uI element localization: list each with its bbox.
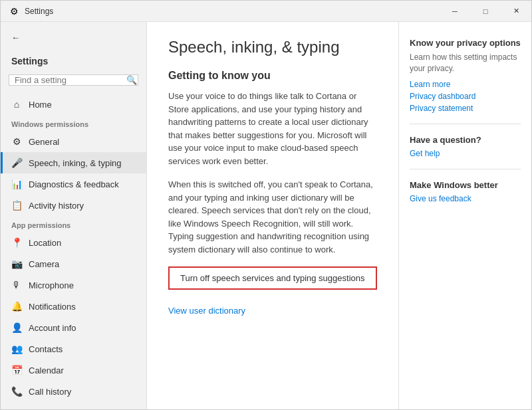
location-icon: 📍 bbox=[11, 237, 22, 248]
learn-more-link[interactable]: Learn more bbox=[410, 80, 521, 89]
privacy-dashboard-link[interactable]: Privacy dashboard bbox=[410, 92, 521, 101]
calendar-icon: 📅 bbox=[11, 365, 22, 375]
titlebar-title: Settings bbox=[25, 7, 53, 16]
search-input[interactable] bbox=[15, 75, 126, 85]
activity-icon: 📋 bbox=[11, 200, 22, 211]
sidebar-item-speech[interactable]: 🎤 Speech, inking, & typing bbox=[1, 152, 146, 173]
notifications-icon: 🔔 bbox=[11, 301, 22, 312]
sidebar-item-notifications[interactable]: 🔔 Notifications bbox=[1, 296, 146, 317]
general-icon: ⚙ bbox=[11, 136, 22, 147]
titlebar-controls: ─ □ ✕ bbox=[440, 1, 531, 22]
settings-window: ⚙ Settings ─ □ ✕ ← Settings 🔍 ⌂ bbox=[0, 0, 532, 410]
privacy-options-desc: Learn how this setting impacts your priv… bbox=[410, 52, 521, 74]
sidebar-item-diagnostics[interactable]: 📊 Diagnostics & feedback bbox=[1, 173, 146, 195]
sidebar-item-home[interactable]: ⌂ Home bbox=[1, 94, 146, 115]
sidebar-app-title: Settings bbox=[1, 53, 146, 72]
minimize-button[interactable]: ─ bbox=[440, 1, 470, 22]
sidebar-item-label: Activity history bbox=[29, 201, 84, 211]
page-title: Speech, inking, & typing bbox=[168, 38, 377, 56]
section-title: Getting to know you bbox=[168, 70, 377, 82]
titlebar: ⚙ Settings ─ □ ✕ bbox=[1, 1, 531, 22]
account-icon: 👤 bbox=[11, 322, 22, 333]
sidebar-item-label: Home bbox=[29, 100, 52, 110]
sidebar-item-label: Contacts bbox=[29, 344, 63, 354]
sidebar-item-label: Diagnostics & feedback bbox=[29, 179, 119, 189]
turn-off-button[interactable]: Turn off speech services and typing sugg… bbox=[168, 266, 377, 290]
diagnostics-icon: 📊 bbox=[11, 179, 22, 189]
sidebar-item-camera[interactable]: 📷 Camera bbox=[1, 253, 146, 274]
sidebar-item-label: Calendar bbox=[29, 365, 64, 375]
sidebar-item-location[interactable]: 📍 Location bbox=[1, 232, 146, 253]
sidebar-item-callhistory[interactable]: 📞 Call history bbox=[1, 381, 146, 402]
app-permissions-label: App permissions bbox=[1, 216, 146, 232]
sidebar-item-label: Location bbox=[29, 238, 61, 248]
right-panel: Know your privacy options Learn how this… bbox=[398, 22, 531, 409]
contacts-icon: 👥 bbox=[11, 344, 22, 354]
description-para1: Use your voice to do things like talk to… bbox=[168, 90, 377, 167]
sidebar-item-general[interactable]: ⚙ General bbox=[1, 131, 146, 152]
main-content: Speech, inking, & typing Getting to know… bbox=[147, 22, 398, 409]
sidebar-item-contacts[interactable]: 👥 Contacts bbox=[1, 338, 146, 359]
content-area: ← Settings 🔍 ⌂ Home Windows permissions … bbox=[1, 22, 531, 409]
privacy-options-title: Know your privacy options bbox=[410, 38, 521, 48]
right-divider-2 bbox=[410, 169, 521, 169]
sidebar-item-activity[interactable]: 📋 Activity history bbox=[1, 195, 146, 216]
sidebar-item-account[interactable]: 👤 Account info bbox=[1, 317, 146, 338]
speech-icon: 🎤 bbox=[11, 157, 22, 168]
titlebar-left: ⚙ Settings bbox=[9, 6, 53, 17]
close-button[interactable]: ✕ bbox=[501, 1, 531, 22]
privacy-statement-link[interactable]: Privacy statement bbox=[410, 104, 521, 113]
sidebar-item-label: Email bbox=[29, 408, 51, 410]
sidebar-item-label: General bbox=[29, 137, 59, 147]
sidebar-item-label: Account info bbox=[29, 323, 76, 333]
sidebar-item-label: Microphone bbox=[29, 280, 74, 290]
search-icon: 🔍 bbox=[126, 75, 137, 85]
sidebar: ← Settings 🔍 ⌂ Home Windows permissions … bbox=[1, 22, 147, 409]
sidebar-item-label: Camera bbox=[29, 259, 59, 269]
windows-permissions-label: Windows permissions bbox=[1, 115, 146, 131]
right-divider-1 bbox=[410, 124, 521, 124]
sidebar-back-button[interactable]: ← bbox=[11, 33, 136, 43]
description-para2: When this is switched off, you can't spe… bbox=[168, 178, 377, 256]
sidebar-item-label: Call history bbox=[29, 387, 71, 397]
sidebar-header: ← bbox=[1, 22, 146, 53]
callhistory-icon: 📞 bbox=[11, 386, 22, 397]
maximize-button[interactable]: □ bbox=[470, 1, 501, 22]
sidebar-item-label: Speech, inking, & typing bbox=[29, 158, 121, 168]
view-dictionary-link[interactable]: View user dictionary bbox=[168, 306, 377, 316]
sidebar-item-label: Notifications bbox=[29, 302, 76, 312]
back-icon: ← bbox=[11, 33, 20, 43]
home-icon: ⌂ bbox=[11, 99, 22, 110]
search-box[interactable]: 🔍 bbox=[9, 74, 138, 86]
settings-app-icon: ⚙ bbox=[9, 6, 19, 17]
sidebar-item-email[interactable]: ✉ Email bbox=[1, 402, 146, 409]
windows-better-title: Make Windows better bbox=[410, 180, 521, 190]
camera-icon: 📷 bbox=[11, 258, 22, 269]
email-icon: ✉ bbox=[11, 407, 22, 409]
question-title: Have a question? bbox=[410, 135, 521, 145]
get-help-link[interactable]: Get help bbox=[410, 149, 521, 158]
sidebar-item-calendar[interactable]: 📅 Calendar bbox=[1, 359, 146, 381]
microphone-icon: 🎙 bbox=[11, 280, 22, 290]
sidebar-item-microphone[interactable]: 🎙 Microphone bbox=[1, 274, 146, 296]
give-feedback-link[interactable]: Give us feedback bbox=[410, 194, 521, 203]
